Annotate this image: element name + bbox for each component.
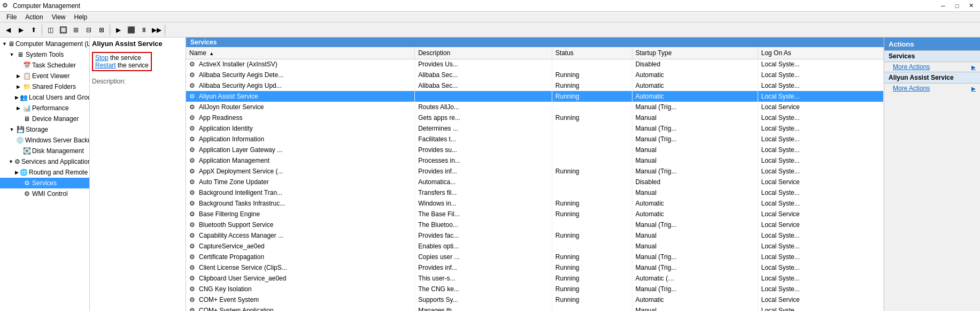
toolbar-btn3[interactable]: ⊞ bbox=[70, 24, 82, 36]
toolbar-stop[interactable]: ⬛ bbox=[125, 24, 137, 36]
toolbar-show-hide[interactable]: ◫ bbox=[44, 24, 56, 36]
sidebar-item-system-tools[interactable]: ▼ 🖥 System Tools bbox=[0, 49, 89, 60]
expand-shared-folders[interactable]: ▶ bbox=[15, 84, 21, 90]
toolbar-btn2[interactable]: 🔲 bbox=[57, 24, 69, 36]
service-name-cell: ⚙Bluetooth Support Service bbox=[186, 219, 415, 230]
toolbar-play[interactable]: ▶ bbox=[112, 24, 124, 36]
actions-more-actions-services[interactable]: More Actions ▶ bbox=[884, 62, 980, 72]
minimize-button[interactable]: ─ bbox=[936, 0, 950, 12]
table-row[interactable]: ⚙Background Intelligent Tran... Transfer… bbox=[186, 187, 884, 198]
table-row[interactable]: ⚙Background Tasks Infrastruc... Windows … bbox=[186, 198, 884, 209]
service-icon: ⚙ bbox=[189, 221, 198, 229]
stop-link[interactable]: Stop bbox=[95, 54, 109, 62]
restart-link[interactable]: Restart bbox=[95, 62, 116, 69]
sidebar-item-services[interactable]: ⚙ Services bbox=[0, 178, 89, 188]
expand-services[interactable] bbox=[15, 180, 21, 186]
table-row[interactable]: ⚙CaptureService_ae0ed Enables opti... Ma… bbox=[186, 241, 884, 252]
table-row[interactable]: ⚙App Readiness Gets apps re... Running M… bbox=[186, 112, 884, 123]
toolbar-back[interactable]: ◀ bbox=[2, 24, 14, 36]
table-row[interactable]: ⚙AllJoyn Router Service Routes AllJo... … bbox=[186, 102, 884, 112]
expand-disk-mgmt[interactable] bbox=[15, 148, 21, 154]
table-row[interactable]: ⚙COM+ Event System Supports Sy... Runnin… bbox=[186, 294, 884, 305]
sidebar-item-services-apps[interactable]: ▼ ⚙ Services and Applications bbox=[0, 156, 89, 167]
sidebar-item-routing[interactable]: ▶ 🌐 Routing and Remote Ac... bbox=[0, 167, 89, 178]
sidebar-item-event-viewer[interactable]: ▶ 📋 Event Viewer bbox=[0, 71, 89, 81]
actions-section-aliyun: Aliyun Assist Service bbox=[884, 72, 980, 84]
sidebar-item-disk-management[interactable]: 💽 Disk Management bbox=[0, 146, 89, 156]
expand-device-manager[interactable] bbox=[15, 116, 21, 122]
table-row[interactable]: ⚙Capability Access Manager ... Provides … bbox=[186, 230, 884, 241]
table-row[interactable]: ⚙Certificate Propagation Copies user ...… bbox=[186, 252, 884, 262]
expand-event-viewer[interactable]: ▶ bbox=[15, 73, 21, 79]
col-header-description[interactable]: Description bbox=[415, 47, 552, 59]
close-button[interactable]: ✕ bbox=[964, 0, 978, 12]
table-row[interactable]: ⚙Client License Service (ClipS... Provid… bbox=[186, 262, 884, 273]
expand-root[interactable]: ▼ bbox=[2, 41, 7, 47]
maximize-button[interactable]: □ bbox=[950, 0, 964, 12]
table-row[interactable]: ⚙ActiveX Installer (AxInstSV) Provides U… bbox=[186, 59, 884, 70]
toolbar-restart[interactable]: ▶▶ bbox=[151, 24, 163, 36]
expand-services-apps[interactable]: ▼ bbox=[9, 158, 13, 165]
table-row[interactable]: ⚙AppX Deployment Service (... Provides i… bbox=[186, 166, 884, 177]
toolbar-up[interactable]: ⬆ bbox=[28, 24, 40, 36]
table-row[interactable]: ⚙Aliyun Assist Service Running Automatic… bbox=[186, 91, 884, 102]
service-desc-cell: Alibaba Sec... bbox=[415, 70, 552, 80]
service-status-cell: Running bbox=[552, 284, 632, 294]
sidebar-item-windows-server-backup[interactable]: 💿 Windows Server Backup bbox=[0, 135, 89, 146]
table-row[interactable]: ⚙Application Information Facilitates t..… bbox=[186, 134, 884, 145]
expand-performance[interactable]: ▶ bbox=[15, 105, 21, 111]
storage-label: Storage bbox=[26, 126, 48, 133]
actions-more-actions-aliyun[interactable]: More Actions ▶ bbox=[884, 84, 980, 93]
sidebar-item-shared-folders[interactable]: ▶ 📁 Shared Folders bbox=[0, 81, 89, 92]
stop-text: the service bbox=[109, 54, 141, 62]
expand-storage[interactable]: ▼ bbox=[9, 126, 15, 133]
col-header-name[interactable]: Name ▲ bbox=[186, 47, 415, 59]
toolbar-forward[interactable]: ▶ bbox=[15, 24, 27, 36]
menu-help[interactable]: Help bbox=[70, 12, 92, 22]
service-icon: ⚙ bbox=[189, 125, 198, 132]
menu-view[interactable]: View bbox=[48, 12, 70, 22]
table-row[interactable]: ⚙Application Layer Gateway ... Provides … bbox=[186, 145, 884, 155]
table-row[interactable]: ⚙Bluetooth Support Service The Bluetoo..… bbox=[186, 219, 884, 230]
service-logon-cell: Local Syste... bbox=[758, 59, 883, 70]
toolbar-separator-1 bbox=[42, 25, 42, 35]
toolbar-btn5[interactable]: ⊠ bbox=[96, 24, 107, 36]
tree-root-item[interactable]: ▼ 🖥 Computer Management (Local bbox=[0, 39, 89, 49]
service-desc-cell: Provides inf... bbox=[415, 262, 552, 273]
col-header-status[interactable]: Status bbox=[552, 47, 632, 59]
service-desc-cell: The Base Fil... bbox=[415, 209, 552, 219]
service-name-cell: ⚙AppX Deployment Service (... bbox=[186, 166, 415, 177]
middle-panel: Aliyun Assist Service Stop the service R… bbox=[90, 37, 186, 311]
table-row[interactable]: ⚙Application Identity Determines ... Man… bbox=[186, 123, 884, 134]
expand-local-users[interactable]: ▶ bbox=[15, 94, 19, 101]
col-header-startup[interactable]: Startup Type bbox=[632, 47, 758, 59]
table-row[interactable]: ⚙CNG Key Isolation The CNG ke... Running… bbox=[186, 284, 884, 294]
menu-action[interactable]: Action bbox=[21, 12, 47, 22]
sidebar-item-performance[interactable]: ▶ 📊 Performance bbox=[0, 103, 89, 113]
menu-file[interactable]: File bbox=[2, 12, 21, 22]
performance-label: Performance bbox=[32, 104, 69, 112]
expand-wmi[interactable] bbox=[15, 191, 21, 197]
toolbar-btn4[interactable]: ⊟ bbox=[83, 24, 95, 36]
table-row[interactable]: ⚙Application Management Processes in... … bbox=[186, 155, 884, 166]
table-row[interactable]: ⚙Alibaba Security Aegis Dete... Alibaba … bbox=[186, 70, 884, 80]
expand-system-tools[interactable]: ▼ bbox=[9, 51, 15, 58]
table-row[interactable]: ⚙Auto Time Zone Updater Automatica... Di… bbox=[186, 177, 884, 187]
sidebar-item-device-manager[interactable]: 🖥 Device Manager bbox=[0, 113, 89, 124]
table-row[interactable]: ⚙COM+ System Application Manages th... M… bbox=[186, 305, 884, 311]
sidebar-item-wmi[interactable]: ⚙ WMI Control bbox=[0, 188, 89, 199]
toolbar-pause[interactable]: ⏸ bbox=[138, 24, 150, 36]
table-row[interactable]: ⚙Alibaba Security Aegis Upd... Alibaba S… bbox=[186, 80, 884, 91]
service-name-cell: ⚙Application Information bbox=[186, 134, 415, 145]
wmi-icon: ⚙ bbox=[22, 189, 31, 198]
sidebar-item-task-scheduler[interactable]: 📅 Task Scheduler bbox=[0, 60, 89, 71]
sidebar-item-local-users[interactable]: ▶ 👥 Local Users and Groups bbox=[0, 92, 89, 103]
col-header-logon[interactable]: Log On As bbox=[758, 47, 883, 59]
table-row[interactable]: ⚙Base Filtering Engine The Base Fil... R… bbox=[186, 209, 884, 219]
expand-routing[interactable]: ▶ bbox=[15, 169, 19, 176]
service-logon-cell: Local Syste... bbox=[758, 166, 883, 177]
sidebar-item-storage[interactable]: ▼ 💾 Storage bbox=[0, 124, 89, 135]
service-logon-cell: Local Service bbox=[758, 209, 883, 219]
table-row[interactable]: ⚙Clipboard User Service_ae0ed This user-… bbox=[186, 273, 884, 284]
expand-task-scheduler[interactable] bbox=[15, 62, 21, 69]
